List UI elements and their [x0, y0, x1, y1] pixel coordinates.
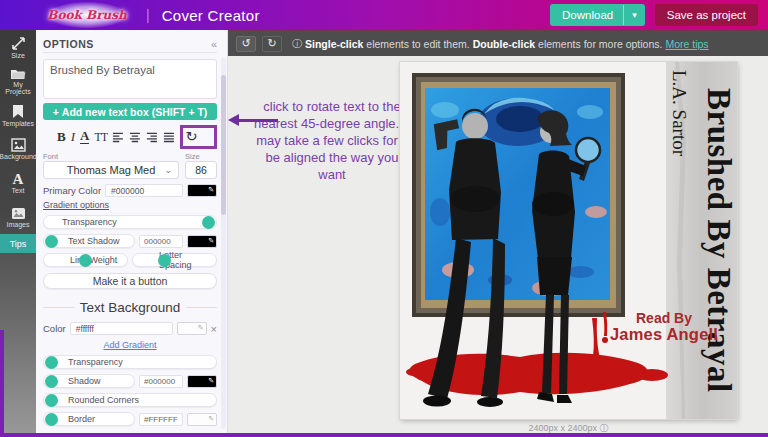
undo-icon: ↺	[241, 37, 250, 50]
rotate-icon: ↻	[185, 129, 197, 144]
redo-button[interactable]: ↻	[262, 36, 282, 52]
sidebar-item-images[interactable]: Images	[0, 200, 36, 234]
page-left-border	[0, 330, 4, 437]
tb-transparency-slider[interactable]: Transparency	[43, 355, 217, 369]
sidebar-item-my-projects[interactable]: My Projects	[0, 64, 36, 98]
download-label[interactable]: Download	[550, 4, 623, 26]
bookbrush-logo[interactable]: Book Brush	[48, 2, 126, 28]
top-header-bar: Book Brush | Cover Creator Download ▾ Sa…	[0, 0, 768, 30]
primary-color-label: Primary Color	[43, 185, 101, 196]
tb-border-hex-input[interactable]: #FFFFFF	[139, 413, 183, 426]
align-center-icon[interactable]	[129, 131, 141, 143]
bold-button[interactable]: B	[57, 130, 66, 144]
italic-button[interactable]: I	[71, 130, 75, 144]
sidebar-item-background[interactable]: Background	[0, 132, 36, 166]
annotation-arrow-head-icon	[228, 114, 239, 126]
color-picker-icon: ✎	[198, 324, 204, 332]
rotate-text-button-highlighted[interactable]: ↻	[180, 125, 217, 149]
tb-shadow-swatch[interactable]: ✎	[187, 375, 217, 388]
size-label: Size	[185, 152, 217, 161]
remove-background-icon[interactable]: ×	[211, 323, 217, 335]
transparency-slider-knob[interactable]	[202, 216, 215, 229]
download-caret-icon[interactable]: ▾	[623, 5, 645, 25]
cover-title-vertical-text[interactable]: Brushed By Betrayal	[691, 62, 737, 419]
line-weight-slider[interactable]: Line Weight	[43, 253, 128, 267]
tb-rounded-corners-slider[interactable]: Rounded Corners	[43, 393, 217, 407]
tb-shadow-knob[interactable]	[45, 375, 58, 388]
tb-rounded-corners-knob[interactable]	[45, 394, 58, 407]
make-it-a-button-button[interactable]: Make it a button	[43, 273, 217, 289]
text-shadow-swatch[interactable]: ✎	[187, 235, 217, 248]
primary-color-swatch[interactable]: ✎	[187, 184, 217, 197]
align-justify-icon[interactable]	[163, 131, 175, 143]
logo-text: Book Brush	[47, 8, 126, 22]
save-as-project-button[interactable]: Save as project	[655, 4, 758, 26]
add-gradient-link[interactable]: Add Gradient	[103, 340, 156, 350]
tb-border-slider[interactable]: Border	[43, 412, 135, 426]
primary-color-hex-input[interactable]: #000000	[105, 184, 183, 197]
header-divider: |	[146, 7, 150, 23]
folder-icon	[10, 67, 26, 80]
panel-scrollbar-thumb[interactable]	[221, 75, 226, 215]
annotation-arrow	[238, 119, 278, 122]
collapse-panel-icon[interactable]: «	[211, 38, 217, 50]
tb-color-label: Color	[43, 323, 66, 334]
dimensions-info-icon[interactable]: ⓘ	[600, 423, 609, 433]
color-picker-icon: ✎	[208, 237, 214, 245]
align-left-icon[interactable]	[112, 131, 124, 143]
tb-shadow-hex-input[interactable]: #000000	[139, 375, 183, 388]
cover-narrator-text[interactable]: Read By James Angell	[588, 311, 740, 344]
add-text-box-button[interactable]: + Add new text box (SHIFT + T)	[43, 103, 217, 120]
gradient-options-link[interactable]: Gradient options	[43, 200, 109, 210]
more-tips-link[interactable]: More tips	[665, 38, 708, 50]
color-picker-icon: ✎	[208, 186, 214, 194]
text-content-input[interactable]: Brushed By Betrayal	[43, 59, 217, 99]
tutorial-annotation-text: click to rotate text to the nearest 45-d…	[250, 98, 414, 183]
align-right-icon[interactable]	[146, 131, 158, 143]
left-sidebar: Size My Projects Templates Background A …	[0, 30, 36, 433]
letter-spacing-slider-knob[interactable]	[158, 254, 171, 267]
download-button[interactable]: Download ▾	[550, 4, 645, 26]
text-background-section-heading: Text Background	[43, 300, 217, 315]
chevron-down-icon: ⌄	[164, 165, 172, 175]
format-toolbar: B I A TT ↻	[43, 123, 217, 150]
sidebar-item-templates[interactable]: Templates	[0, 98, 36, 132]
bookmark-icon	[12, 104, 24, 119]
color-picker-icon: ✎	[208, 415, 214, 423]
text-shadow-hex-input[interactable]: 000000	[139, 235, 183, 248]
tb-border-knob[interactable]	[45, 413, 58, 426]
page-title: Cover Creator	[162, 7, 260, 24]
font-label: Font	[43, 152, 179, 161]
options-panel-title: OPTIONS	[43, 38, 94, 50]
redo-icon: ↻	[267, 37, 276, 50]
tb-color-swatch[interactable]: ✎	[177, 322, 207, 335]
font-size-input[interactable]: 86	[185, 161, 217, 179]
book-cover-preview[interactable]: Brushed By Betrayal L.A. Sartor Read By …	[400, 62, 737, 419]
undo-button[interactable]: ↺	[236, 36, 256, 52]
tb-shadow-slider[interactable]: Shadow	[43, 374, 135, 388]
tb-border-swatch[interactable]: ✎	[187, 413, 217, 426]
images-icon	[11, 207, 26, 220]
transparency-slider[interactable]: Transparency	[43, 215, 217, 229]
canvas-info-bar: ↺ ↻ ⓘ Single-click elements to edit them…	[228, 30, 768, 56]
text-shadow-slider-knob[interactable]	[45, 235, 58, 248]
text-icon: A	[13, 172, 24, 186]
tb-transparency-knob[interactable]	[45, 356, 58, 369]
design-canvas-area: ↺ ↻ ⓘ Single-click elements to edit them…	[228, 30, 768, 433]
background-image-icon	[11, 138, 26, 152]
caps-button[interactable]: TT	[94, 130, 107, 144]
font-family-select[interactable]: Thomas Mag Med ⌄	[43, 161, 179, 179]
text-shadow-slider[interactable]: Text Shadow	[43, 234, 135, 248]
line-weight-slider-knob[interactable]	[79, 254, 92, 267]
sidebar-item-text[interactable]: A Text	[0, 166, 36, 200]
info-icon: ⓘ	[292, 37, 302, 51]
tb-color-hex-input[interactable]: #ffffff	[70, 322, 173, 335]
letter-spacing-slider[interactable]: Letter Spacing	[132, 253, 217, 267]
options-panel: OPTIONS « Brushed By Betrayal + Add new …	[36, 30, 228, 433]
color-picker-icon: ✎	[208, 377, 214, 385]
sidebar-item-size[interactable]: Size	[0, 30, 36, 64]
underline-button[interactable]: A	[80, 129, 89, 144]
cover-author-vertical-text[interactable]: L.A. Sartor	[666, 70, 690, 300]
sidebar-item-tips-active[interactable]: Tips	[0, 234, 36, 253]
resize-icon	[11, 36, 26, 51]
